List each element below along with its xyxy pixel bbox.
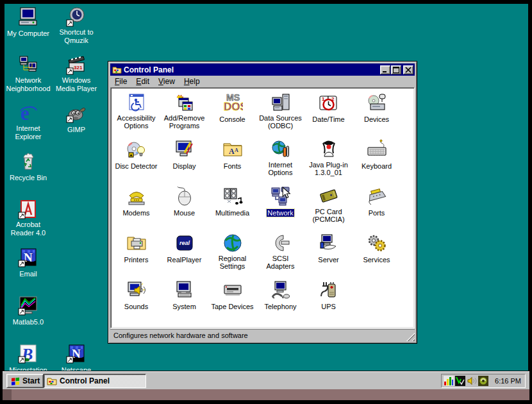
gimp-icon bbox=[66, 103, 87, 123]
cp-item-realplayer[interactable]: realRealPlayer bbox=[160, 233, 208, 280]
netscape-icon: N bbox=[66, 343, 87, 364]
volume-tray-icon[interactable] bbox=[467, 376, 477, 386]
cp-item-disc-detector[interactable]: Disc Detector bbox=[112, 139, 160, 186]
desktop-icon-label: Shortcut to Qmuzik bbox=[53, 28, 100, 45]
microstation-icon: B bbox=[18, 343, 38, 364]
cp-item-console[interactable]: MSDOSConsole bbox=[208, 92, 256, 139]
cp-item-label: Telephony bbox=[263, 303, 297, 310]
desktop-icon-internet-explorer[interactable]: eInternet Explorer bbox=[4, 103, 52, 142]
svg-text:A: A bbox=[235, 147, 238, 153]
maximize-button[interactable] bbox=[391, 65, 401, 74]
cp-item-label: Internet Options bbox=[257, 161, 304, 176]
resize-grip[interactable] bbox=[406, 333, 415, 341]
modems-icon bbox=[126, 186, 147, 206]
cp-item-label: Mouse bbox=[173, 209, 195, 217]
data-sources-odbc-icon bbox=[270, 92, 291, 113]
resource-meter-tray-icon[interactable] bbox=[444, 376, 454, 386]
cp-item-accessibility-options[interactable]: Accessibility Options bbox=[112, 92, 160, 139]
cp-item-label: Keyboard bbox=[361, 162, 392, 170]
cp-item-date-time[interactable]: 12Date/Time bbox=[304, 92, 353, 139]
close-button[interactable] bbox=[403, 65, 413, 74]
desktop-icon-microstation[interactable]: BMicrostation bbox=[4, 343, 52, 371]
window-title: Control Panel bbox=[124, 65, 379, 74]
cp-item-printers[interactable]: Printers bbox=[112, 233, 160, 280]
cp-item-devices[interactable]: Devices bbox=[353, 92, 401, 139]
cp-item-add-remove-programs[interactable]: Add/Remove Programs bbox=[160, 92, 208, 139]
cp-item-ups[interactable]: UPS bbox=[304, 280, 353, 326]
minimize-button[interactable] bbox=[380, 65, 390, 74]
virus-shield-tray-icon[interactable] bbox=[455, 376, 465, 386]
menu-view[interactable]: View bbox=[154, 76, 179, 87]
cp-item-ports[interactable]: Ports bbox=[353, 186, 401, 233]
cp-item-tape-devices[interactable]: Tape Devices bbox=[208, 280, 256, 326]
control-panel-content: Accessibility OptionsAdd/Remove Programs… bbox=[110, 87, 415, 328]
desktop-icon-shortcut-to-qmuzik[interactable]: Shortcut to Qmuzik bbox=[53, 6, 100, 46]
cp-item-label: SCSI Adapters bbox=[257, 255, 304, 270]
cp-item-java-plug-in-1-3-0-01[interactable]: Java Plug-in 1.3.0_01 bbox=[304, 139, 353, 186]
cp-item-system[interactable]: System bbox=[160, 280, 208, 326]
taskbar: Start Control Panel 6:16 PM bbox=[3, 371, 529, 389]
add-remove-programs-icon bbox=[174, 92, 195, 113]
cp-item-label: Sounds bbox=[124, 303, 149, 310]
cp-item-internet-options[interactable]: Internet Options bbox=[256, 139, 304, 186]
devices-icon bbox=[367, 92, 387, 113]
system-icon bbox=[174, 280, 195, 300]
sounds-icon bbox=[126, 280, 147, 300]
display-icon bbox=[174, 139, 195, 160]
cp-item-label: Java Plug-in 1.3.0_01 bbox=[305, 161, 353, 176]
desktop-icon-recycle-bin[interactable]: Recycle Bin bbox=[4, 151, 52, 183]
cp-item-pc-card-pcmcia[interactable]: PC Card (PCMCIA) bbox=[304, 186, 353, 233]
mouse-icon bbox=[174, 186, 195, 206]
svg-text:DOS: DOS bbox=[224, 101, 243, 113]
cp-item-multimedia[interactable]: Multimedia bbox=[208, 186, 256, 233]
menu-help[interactable]: Help bbox=[179, 76, 204, 87]
taskbar-clock: 6:16 PM bbox=[495, 377, 521, 385]
nvidia-display-tray-icon[interactable] bbox=[478, 376, 488, 386]
desktop-icon-label: My Computer bbox=[7, 29, 49, 38]
cp-item-label: Regional Settings bbox=[209, 255, 256, 270]
realplayer-icon: real bbox=[174, 233, 195, 253]
title-bar[interactable]: Control Panel bbox=[110, 63, 415, 76]
cp-item-services[interactable]: Services bbox=[353, 233, 401, 280]
taskbar-task-control-panel[interactable]: Control Panel bbox=[44, 374, 146, 388]
desktop-icon-netscape[interactable]: NNetscape bbox=[53, 343, 100, 371]
desktop-icon-matlab5-0[interactable]: Matlab5.0 bbox=[4, 295, 52, 327]
disc-detector-icon bbox=[126, 139, 147, 160]
desktop-icon-email[interactable]: NEmail bbox=[4, 247, 52, 279]
cp-item-display[interactable]: Display bbox=[160, 139, 208, 186]
desktop-icon-windows-media-player[interactable]: 321Windows Media Player bbox=[53, 55, 100, 94]
cp-item-server[interactable]: Server bbox=[304, 233, 353, 280]
cp-item-modems[interactable]: Modems bbox=[112, 186, 160, 233]
cp-item-label: Date/Time bbox=[312, 115, 345, 123]
cp-item-label: Network bbox=[267, 209, 294, 217]
cp-item-telephony[interactable]: Telephony bbox=[256, 280, 304, 326]
console-icon: MSDOS bbox=[222, 92, 243, 113]
cp-item-data-sources-odbc[interactable]: Data Sources (ODBC) bbox=[256, 92, 304, 139]
cp-item-fonts[interactable]: AAFonts bbox=[208, 139, 256, 186]
svg-text:321: 321 bbox=[74, 65, 83, 71]
cp-item-label: Disc Detector bbox=[114, 162, 158, 170]
cp-item-label: Accessibility Options bbox=[113, 114, 160, 130]
qmuzik-icon bbox=[66, 6, 87, 27]
telephony-icon bbox=[270, 280, 291, 300]
desktop-icon-acrobat-reader-4-0[interactable]: Acrobat Reader 4.0 bbox=[4, 199, 52, 238]
cp-item-scsi-adapters[interactable]: SCSI Adapters bbox=[256, 233, 304, 280]
cp-item-regional-settings[interactable]: Regional Settings bbox=[208, 233, 256, 280]
screen: { "colors": { "desktop": "#008080", "tit… bbox=[0, 0, 532, 404]
desktop-icon-my-computer[interactable]: My Computer bbox=[4, 6, 52, 38]
services-icon bbox=[367, 233, 387, 253]
menu-file[interactable]: File bbox=[110, 76, 131, 87]
cp-item-mouse[interactable]: Mouse bbox=[160, 186, 208, 233]
cp-item-keyboard[interactable]: Keyboard bbox=[353, 139, 401, 186]
monitor-bezel-strip bbox=[3, 389, 529, 400]
printers-icon bbox=[126, 233, 147, 253]
menu-edit[interactable]: Edit bbox=[131, 76, 154, 87]
multimedia-icon bbox=[222, 186, 243, 206]
desktop-icon-network-neighborhood[interactable]: Network Neighborhood bbox=[4, 55, 52, 94]
desktop-icon-label: Recycle Bin bbox=[10, 174, 47, 182]
desktop-icon-label: Netscape bbox=[62, 366, 91, 371]
desktop-icon-gimp[interactable]: GIMP bbox=[53, 103, 100, 135]
start-button[interactable]: Start bbox=[6, 374, 44, 388]
cp-item-label: Multimedia bbox=[215, 209, 250, 217]
cp-item-sounds[interactable]: Sounds bbox=[112, 280, 160, 326]
